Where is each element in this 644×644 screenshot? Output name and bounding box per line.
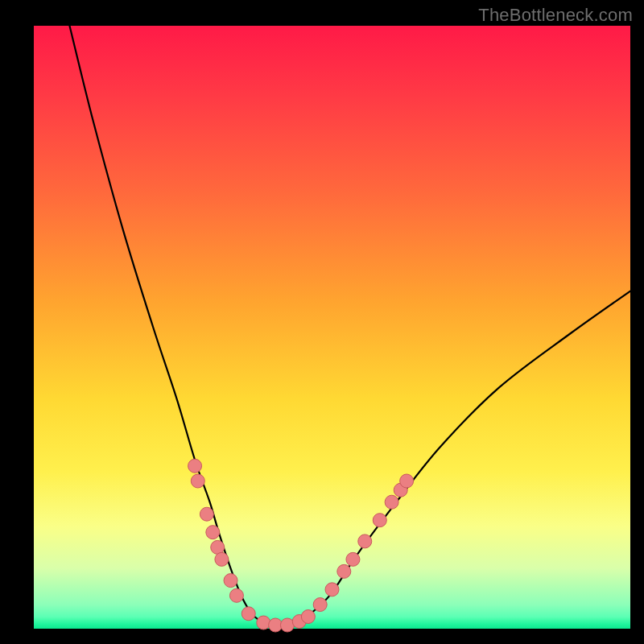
curve-dot (325, 583, 339, 597)
curve-dot (358, 535, 372, 548)
curve-dot (242, 607, 255, 621)
curve-dot (257, 616, 270, 630)
curve-dot (206, 526, 220, 539)
curve-dot (373, 514, 386, 527)
curve-markers (188, 459, 414, 632)
watermark-text: TheBottleneck.com (478, 5, 633, 26)
bottleneck-curve (69, 26, 630, 626)
curve-dot (188, 459, 202, 473)
curve-dot (346, 552, 360, 566)
curve-dot (313, 598, 327, 612)
curve-dot (191, 474, 204, 488)
curve-dot (301, 610, 315, 624)
chart-svg (34, 26, 630, 629)
curve-dot (215, 552, 229, 566)
curve-dot (200, 507, 213, 521)
curve-dot (385, 495, 398, 509)
curve-dot (224, 574, 237, 588)
curve-dot (337, 564, 351, 578)
plot-area (34, 26, 630, 629)
curve-dot (229, 588, 243, 602)
curve-dot (211, 540, 225, 554)
chart-frame: TheBottleneck.com (0, 0, 644, 644)
curve-dot (400, 474, 414, 488)
